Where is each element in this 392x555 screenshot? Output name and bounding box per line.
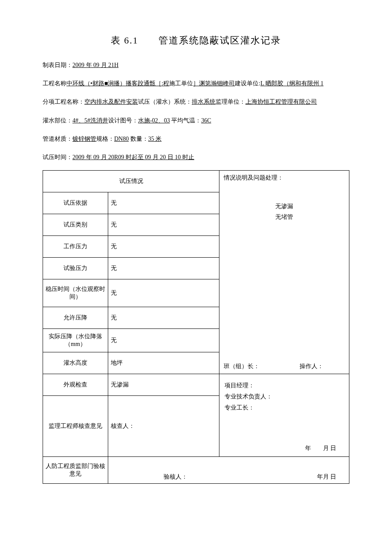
- pm-label: 项目经理：: [225, 382, 344, 389]
- record-table: 试压情况 情况说明及问题处理： 无渗漏 无堵管 班（组）长： 操作人： 试压依据…: [43, 170, 349, 484]
- l1: 试压时间：: [43, 154, 72, 160]
- verifier-label: 验核人：: [164, 473, 187, 481]
- operator-label: 操作人：: [300, 363, 323, 370]
- tech-label: 专业技术负责人：: [225, 393, 344, 401]
- date-line: 制表日期：2009 年 09 月 21H: [43, 60, 349, 70]
- info-line-1: 工程名称中环线（•财路■涧播）播客跤通甑［:程施工单位］渊第瀚锢峰司建设单位:L…: [43, 78, 349, 89]
- row-label: 试压依据: [43, 192, 108, 214]
- row-value: 无: [108, 258, 219, 279]
- situation-text-2: 无堵管: [224, 212, 345, 222]
- l2: 试压（灌水）系统：: [138, 99, 192, 105]
- verify-cell: 验核人： 年月 日: [108, 457, 349, 484]
- form-title: 表 6.1 管道系统隐蔽试区灌水记录: [43, 34, 349, 47]
- date-value: 2009 年 09 月 21H: [72, 62, 118, 68]
- row-label: 实际压降（水位降落（mm）: [43, 329, 108, 352]
- l3: 数量：: [129, 136, 148, 142]
- l1: 管道材质：: [43, 136, 72, 142]
- row-value: 无: [108, 329, 219, 352]
- defense-label: 人防工程质监部门验核意见: [43, 457, 108, 484]
- team-leader-label: 班（组）长：: [224, 363, 259, 369]
- v2: 排水系统: [192, 99, 216, 105]
- table-header: 试压情况: [43, 171, 219, 192]
- row-label: 试验压力: [43, 258, 108, 279]
- l3: 建设单位:: [235, 80, 260, 87]
- title-number: 表 6.1: [111, 35, 138, 46]
- l2: 设计图号：: [108, 117, 138, 124]
- date-ymd: 年 月 日: [305, 445, 337, 452]
- title-text: 管道系统隐蔽试区灌水记录: [159, 35, 281, 46]
- project-block: 项目经理： 专业技术负责人： 专业工长： 年 月 日: [219, 374, 349, 457]
- foreman-label: 专业工长：: [225, 404, 344, 412]
- l3: 平均气温：: [170, 117, 202, 124]
- situation-cell: 情况说明及问题处理： 无渗漏 无堵管 班（组）长： 操作人：: [219, 171, 349, 374]
- row-value: 无渗漏: [108, 374, 219, 396]
- l3: 监理单位：: [216, 99, 245, 105]
- v3: 上海协恒工程管理有限公司: [245, 99, 317, 105]
- situation-text-1: 无渗漏: [224, 201, 345, 212]
- supervisor-label: 监理工程师核查意见: [43, 396, 108, 457]
- row-label: 工作压力: [43, 236, 108, 258]
- info-line-3: 灌水部位：4#、5#洗消井设计图号：水施-02、03 平均气温：36C: [43, 115, 349, 126]
- v1: 2009 年 09 月 20R09 时起至 09 月 20 日 10 时止: [72, 154, 194, 160]
- l2: 施工单位: [169, 80, 193, 87]
- row-label: 稳压时间（水位观察时间）: [43, 279, 108, 307]
- l2: 规格：: [96, 136, 114, 142]
- info-line-2: 分项工程名称：空内排水及配件安装试压（灌水）系统：排水系统监理单位：上海协恒工程…: [43, 96, 349, 107]
- row-label: 外观检查: [43, 374, 108, 396]
- date-label: 制表日期：: [43, 62, 72, 68]
- row-value: 无: [108, 307, 219, 329]
- v2: ］渊第瀚锢峰司: [193, 80, 235, 87]
- l1: 灌水部位：: [43, 117, 72, 124]
- v2: DN80: [114, 136, 129, 142]
- row-label: 试压类别: [43, 214, 108, 236]
- v1: 镀锌钢管: [72, 136, 96, 142]
- v3: 36C: [201, 117, 211, 124]
- row-value: 无: [108, 236, 219, 258]
- row-value: 无: [108, 279, 219, 307]
- row-value: 地坪: [108, 352, 219, 374]
- row-value: 无: [108, 214, 219, 236]
- v1: 中环线（•财路■涧播）播客跤通甑［:程: [66, 80, 169, 87]
- row-value: 无: [108, 192, 219, 214]
- verify-date: 年月 日: [317, 473, 337, 481]
- info-line-4: 管道材质：镀锌钢管规格：DN80 数量：35 米: [43, 134, 349, 144]
- row-label: 允许压降: [43, 307, 108, 329]
- v3: L 晒郎胶（纲和有限州 1: [260, 80, 323, 87]
- v1: 4#、5#洗消井: [72, 117, 108, 124]
- l1: 工程名称: [43, 80, 66, 87]
- v2: 水施-02、03: [138, 117, 170, 124]
- l1: 分项工程名称：: [43, 99, 84, 105]
- checker-label: 核查人：: [108, 396, 219, 457]
- v1: 空内排水及配件安装: [84, 99, 138, 105]
- info-line-5: 试压时间：2009 年 09 月 20R09 时起至 09 月 20 日 10 …: [43, 152, 349, 163]
- row-label: 灌水高度: [43, 352, 108, 374]
- v3: 35 米: [148, 136, 162, 142]
- situation-label: 情况说明及问题处理：: [224, 174, 345, 182]
